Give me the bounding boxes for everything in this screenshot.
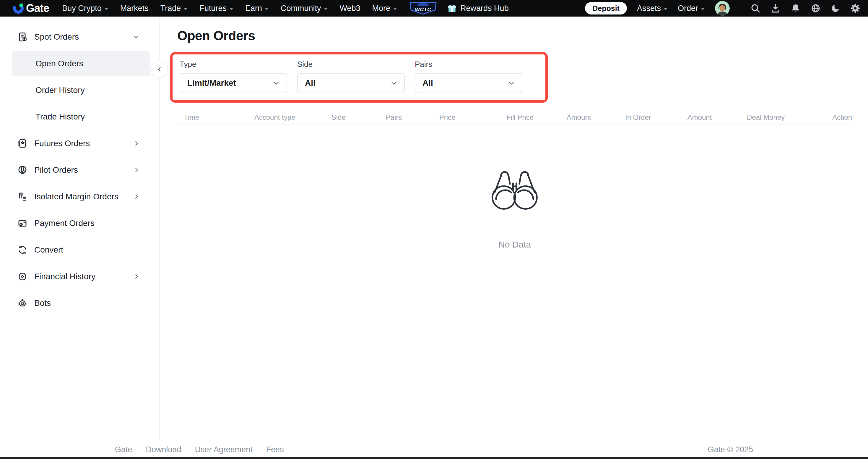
menu-more[interactable]: More <box>372 4 397 13</box>
bottom-edge-strip <box>0 457 868 459</box>
sidebar-item-label: Open Orders <box>35 59 83 68</box>
footer-link-user-agreement[interactable]: User Agreement <box>195 445 253 454</box>
main-menu: Buy Crypto Markets Trade Futures Earn Co… <box>62 4 397 13</box>
filter-pairs-label: Pairs <box>415 60 522 69</box>
menu-web3[interactable]: Web3 <box>340 4 361 13</box>
sidebar-item-label: Financial History <box>34 272 95 281</box>
sidebar-item-label: Trade History <box>35 112 85 121</box>
sidebar-item-pilot-orders[interactable]: Pilot Orders <box>12 157 150 183</box>
sidebar-item-label: Bots <box>34 298 51 308</box>
sidebar-item-isolated-margin-orders[interactable]: Isolated Margin Orders <box>12 184 150 209</box>
sidebar-item-bots[interactable]: Bots <box>12 290 150 316</box>
footer-links: Gate Download User Agreement Fees <box>115 445 284 454</box>
deposit-button[interactable]: Deposit <box>585 2 627 15</box>
no-data-label: No Data <box>498 239 531 250</box>
column-header-fill-price: Fill Price <box>506 113 533 121</box>
language-globe-icon[interactable] <box>811 3 821 13</box>
wctc-event-badge[interactable]: WCTC <box>409 1 437 15</box>
column-header-pairs: Pairs <box>386 113 402 121</box>
empty-state: No Data <box>177 168 852 250</box>
gate-logo-icon <box>12 2 25 15</box>
chevron-down-icon <box>272 79 280 87</box>
download-icon[interactable] <box>771 3 780 13</box>
menu-community[interactable]: Community <box>281 4 328 13</box>
rewards-hub-link[interactable]: Rewards Hub <box>447 4 509 13</box>
sidebar-item-label: Order History <box>35 85 85 95</box>
menu-trade[interactable]: Trade <box>160 4 188 13</box>
brand-name: Gate <box>26 2 49 15</box>
chevron-down-icon <box>104 8 108 10</box>
futures-orders-icon <box>17 138 28 149</box>
footer-link-fees[interactable]: Fees <box>266 445 284 454</box>
spot-orders-icon <box>17 32 28 42</box>
type-select[interactable]: Limit/Market <box>180 73 287 93</box>
sidebar-item-label: Isolated Margin Orders <box>34 192 119 201</box>
chevron-down-icon <box>393 8 397 10</box>
main-content: Open Orders Type Limit/Market Side All P… <box>159 17 868 442</box>
orders-sidebar: Spot Orders Open Orders Order History Tr… <box>0 17 159 442</box>
column-header-amount: Amount <box>567 113 591 121</box>
chevron-right-icon <box>133 273 140 280</box>
chevron-down-icon <box>701 8 705 10</box>
sidebar-item-label: Convert <box>34 245 63 255</box>
sidebar-item-order-history[interactable]: Order History <box>12 78 150 103</box>
bots-icon <box>17 298 28 309</box>
notifications-bell-icon[interactable] <box>790 3 801 13</box>
order-menu[interactable]: Order <box>678 4 705 13</box>
gate-logo[interactable]: Gate <box>12 2 49 15</box>
nav-divider <box>740 3 740 14</box>
sidebar-collapse-button[interactable] <box>151 61 168 78</box>
column-header-account-type: Account type <box>254 113 296 121</box>
sidebar-item-futures-orders[interactable]: Futures Orders <box>12 131 150 156</box>
column-header-action: Action <box>832 113 852 121</box>
rewards-hub-label: Rewards Hub <box>460 4 509 13</box>
footer-link-gate[interactable]: Gate <box>115 445 132 454</box>
pilot-orders-icon <box>17 165 28 175</box>
sidebar-item-payment-orders[interactable]: Payment Orders <box>12 210 150 236</box>
menu-earn[interactable]: Earn <box>245 4 269 13</box>
chevron-down-icon <box>229 8 234 10</box>
convert-icon <box>17 245 28 255</box>
sidebar-item-label: Pilot Orders <box>34 165 78 175</box>
dark-mode-moon-icon[interactable] <box>831 4 840 13</box>
user-avatar[interactable] <box>715 1 730 16</box>
search-icon[interactable] <box>750 3 761 13</box>
sidebar-item-trade-history[interactable]: Trade History <box>12 104 150 130</box>
filter-type-label: Type <box>180 60 287 69</box>
menu-futures[interactable]: Futures <box>199 4 234 13</box>
sidebar-item-financial-history[interactable]: Financial History <box>12 264 150 289</box>
menu-buy-crypto[interactable]: Buy Crypto <box>62 4 108 13</box>
chevron-down-icon <box>663 8 668 10</box>
filter-type: Type Limit/Market <box>180 60 287 93</box>
orders-table-header: Time Account type Side Pairs Price Fill … <box>177 110 852 125</box>
svg-text:WCTC: WCTC <box>415 7 431 12</box>
menu-markets[interactable]: Markets <box>120 4 149 13</box>
pairs-select[interactable]: All <box>415 73 522 93</box>
isolated-margin-orders-icon <box>17 191 28 202</box>
chevron-down-icon <box>390 79 398 87</box>
sidebar-item-spot-orders[interactable]: Spot Orders <box>12 24 150 50</box>
nav-right-group: Deposit Assets Order <box>585 1 860 16</box>
assets-menu[interactable]: Assets <box>637 4 668 13</box>
chevron-right-icon <box>133 194 140 200</box>
sidebar-item-open-orders[interactable]: Open Orders <box>12 51 150 76</box>
column-header-side: Side <box>332 113 346 121</box>
side-select[interactable]: All <box>297 73 405 93</box>
settings-gear-icon[interactable] <box>850 3 860 13</box>
side-select-value: All <box>305 78 315 88</box>
column-header-price: Price <box>439 113 456 121</box>
chevron-down-icon <box>507 79 515 87</box>
footer-link-download[interactable]: Download <box>146 445 181 454</box>
payment-orders-icon <box>17 218 28 229</box>
column-header-deal-money: Deal Money <box>747 113 785 121</box>
chevron-down-icon <box>183 8 188 10</box>
sidebar-item-label: Payment Orders <box>34 219 95 228</box>
page-footer: Gate Download User Agreement Fees Gate ©… <box>0 442 868 457</box>
sidebar-item-convert[interactable]: Convert <box>12 237 150 263</box>
page-title: Open Orders <box>177 28 852 43</box>
chevron-right-icon <box>133 167 140 173</box>
column-header-amount-2: Amount <box>687 113 712 121</box>
column-header-in-order: In Order <box>625 113 651 121</box>
binoculars-no-data-icon <box>491 168 538 211</box>
chevron-down-icon <box>265 8 269 10</box>
